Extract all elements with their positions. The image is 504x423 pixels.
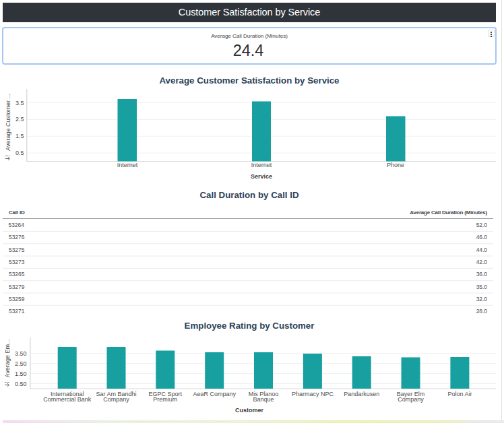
svg-text:AeaR Company: AeaR Company: [193, 391, 236, 397]
svg-text:53279: 53279: [9, 284, 25, 290]
svg-text:Banque: Banque: [253, 396, 274, 403]
svg-text:Customer: Customer: [235, 407, 264, 414]
svg-text:32.0: 32.0: [476, 296, 488, 302]
svg-text:Company: Company: [103, 396, 129, 403]
svg-text:2.50: 2.50: [15, 360, 27, 367]
svg-text:36.0: 36.0: [476, 271, 488, 278]
svg-text:28.0: 28.0: [476, 308, 488, 315]
svg-text:Average Customer ...: Average Customer ...: [5, 94, 11, 151]
svg-text:46.0: 46.0: [476, 234, 488, 240]
svg-text:Commercial Bank: Commercial Bank: [43, 396, 92, 403]
svg-text:42.0: 42.0: [476, 259, 488, 265]
svg-text:53276: 53276: [9, 234, 25, 240]
svg-text:2.5: 2.5: [15, 116, 24, 123]
svg-text:53265: 53265: [9, 271, 25, 278]
svg-text:53273: 53273: [9, 259, 25, 265]
svg-text:53264: 53264: [9, 222, 25, 228]
svg-text:3.50: 3.50: [15, 350, 27, 357]
svg-text:52.0: 52.0: [476, 222, 488, 228]
svg-text:44.0: 44.0: [476, 247, 488, 253]
svg-text:0.50: 0.50: [15, 381, 27, 387]
svg-text:Pharmacy NPC: Pharmacy NPC: [292, 391, 334, 397]
svg-text:Average Em...: Average Em...: [4, 339, 11, 378]
svg-text:Premium: Premium: [153, 396, 177, 403]
svg-text:3.5: 3.5: [15, 100, 24, 106]
svg-text:Internet: Internet: [251, 162, 272, 168]
svg-text:Internet: Internet: [117, 162, 138, 168]
svg-text:53259: 53259: [9, 296, 25, 302]
svg-text:Service: Service: [251, 173, 272, 180]
svg-text:0.5: 0.5: [15, 150, 24, 156]
svg-text:35.0: 35.0: [476, 284, 488, 290]
svg-text:Company: Company: [398, 396, 424, 403]
svg-text:Polon Air: Polon Air: [447, 391, 472, 397]
svg-text:53275: 53275: [9, 247, 25, 253]
svg-text:Pandarkusen: Pandarkusen: [344, 391, 379, 397]
svg-text:53271: 53271: [9, 308, 25, 315]
svg-text:1.5: 1.5: [15, 133, 24, 139]
svg-text:1.50: 1.50: [15, 370, 27, 377]
svg-text:Phone: Phone: [387, 162, 404, 168]
